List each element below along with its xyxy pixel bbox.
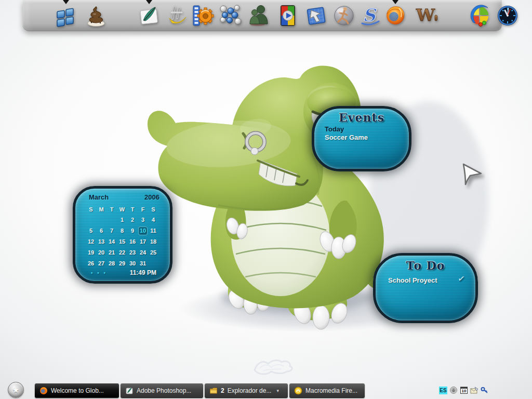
mail-icon[interactable] [470,386,478,394]
word-w-icon[interactable]: W [415,4,439,28]
swish-s-icon[interactable]: S [358,4,382,28]
video-gear-icon[interactable] [191,4,215,28]
system-tray: ES 10 [439,385,489,395]
language-indicator[interactable]: ES [439,387,447,394]
star-icon: ★ [12,386,19,394]
calendar-day[interactable]: 11 [149,227,158,235]
calendar-year: 2006 [144,193,159,201]
calendar-day[interactable]: 6 [97,227,106,235]
graffiti-signature [250,355,297,379]
calendar-clock: 11:49 PM [130,269,156,276]
group-count: 2 [221,387,224,394]
running-indicator [63,0,69,4]
calendar-day[interactable]: 31 [138,259,148,268]
theme-pinwheel-icon[interactable] [468,4,492,28]
taskbar-button-label: Welcome to Glob... [51,387,104,394]
calendar-day[interactable]: 23 [128,248,137,257]
calendar-day [107,216,116,224]
key-icon[interactable] [481,386,489,394]
day-header: S [89,206,92,212]
day-header: W [119,206,125,212]
calendar-day[interactable]: 12 [86,237,96,246]
svg-text:10: 10 [462,389,467,393]
taskbar-button-fireworks[interactable]: Macromedia Fire... [289,383,365,398]
svg-text:W: W [416,5,435,25]
calendar-day[interactable]: 8 [117,227,127,235]
calendar-day[interactable]: 15 [117,237,127,246]
events-entry[interactable]: Soccer Game [325,134,368,141]
molecule-icon[interactable] [219,4,243,28]
calendar-day[interactable]: 16 [128,237,137,246]
update-globe-icon[interactable] [449,386,458,394]
calendar-day [149,259,158,268]
calendar-footer: • • • 11:49 PM [91,269,156,276]
todo-entry[interactable]: School Proyect [388,276,437,284]
top-dock: S W [23,0,502,31]
tray-calendar-icon[interactable]: 10 [460,386,468,394]
start-orb-button[interactable]: ★ [8,382,24,398]
day-header: M [99,206,103,212]
taskbar-button-explorer-group[interactable]: 2 Explorador de... ▾ [205,383,288,398]
folder-icon [209,387,218,395]
calendar-header: March 2006 [89,193,159,201]
running-indicator [392,0,398,4]
messenger-people-icon[interactable] [246,4,270,28]
calendar-day[interactable]: 25 [149,248,158,257]
calendar-day[interactable]: 1 [117,216,127,224]
poop-game-icon[interactable] [84,4,108,28]
calendar-day[interactable]: 18 [149,237,158,246]
calendar-day[interactable]: 17 [138,237,148,246]
taskbar-button-label: Explorador de... [228,387,272,394]
firefox-icon [39,387,48,395]
photoshop-feather-icon[interactable] [137,4,161,28]
day-header: T [131,206,135,212]
chevron-down-icon[interactable]: ▾ [276,388,279,393]
media-player-icon[interactable] [276,4,300,28]
photoshop-icon [125,387,134,395]
flash-icon[interactable] [165,4,189,28]
poser-figure-icon[interactable] [332,4,356,28]
mouse-cursor [455,160,485,190]
taskbar-button-label: Macromedia Fire... [305,387,357,394]
fireworks-icon [294,387,302,395]
calendar-day[interactable]: 5 [86,227,96,235]
calendar-day[interactable]: 24 [138,248,148,257]
clock-icon[interactable] [496,4,520,28]
calendar-page-dots[interactable]: • • • [91,270,107,276]
calendar-widget[interactable]: March 2006 S M T W T F S 1 2 3 4 5 6 7 8… [73,186,172,284]
calendar-day[interactable]: 21 [107,248,116,257]
calendar-day[interactable]: 28 [107,259,116,268]
day-header: S [151,206,155,212]
calendar-day[interactable]: 2 [128,216,137,224]
calendar-day[interactable]: 14 [107,237,116,246]
folder-go-icon[interactable] [304,4,328,28]
calendar-day[interactable]: 27 [97,259,106,268]
calendar-day-selected[interactable]: 10 [138,227,148,235]
calendar-month: March [89,193,109,201]
taskbar-button-firefox[interactable]: Welcome to Glob... [35,383,119,398]
todo-title: To Do [376,259,475,272]
calendar-grid: S M T W T F S 1 2 3 4 5 6 7 8 9 10 11 12… [86,204,158,269]
check-icon[interactable]: ✓ [457,273,466,284]
calendar-day[interactable]: 9 [128,227,137,235]
firefox-icon[interactable] [383,4,407,28]
events-title: Events [314,111,409,124]
calendar-day[interactable]: 13 [97,237,106,246]
events-day-label: Today [325,125,344,133]
events-widget[interactable]: Events Today Soccer Game [312,106,411,171]
svg-text:S: S [363,5,377,25]
day-header: T [110,206,114,212]
windows-icon[interactable] [54,4,78,28]
calendar-day[interactable]: 4 [149,216,158,224]
calendar-day[interactable]: 7 [107,227,116,235]
calendar-day[interactable]: 22 [117,248,127,257]
calendar-day[interactable]: 26 [86,259,96,268]
calendar-day[interactable]: 29 [117,259,127,268]
calendar-day[interactable]: 19 [86,248,96,257]
taskbar-button-photoshop[interactable]: Adobe Photoshop... [121,383,203,398]
taskbar: Welcome to Glob... Adobe Photoshop... 2 … [35,383,365,398]
calendar-day[interactable]: 20 [97,248,106,257]
calendar-day[interactable]: 3 [138,216,148,224]
calendar-day[interactable]: 30 [128,259,137,268]
todo-widget[interactable]: To Do School Proyect ✓ [373,253,478,323]
